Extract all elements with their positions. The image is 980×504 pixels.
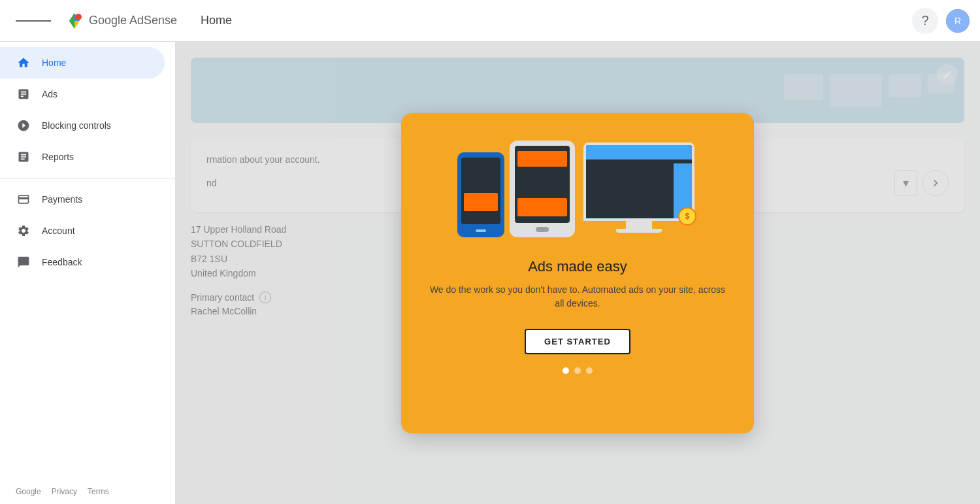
sidebar-label-account: Account bbox=[42, 226, 75, 236]
carousel-dot-2[interactable] bbox=[574, 367, 581, 374]
logo-text: Google AdSense bbox=[89, 14, 177, 27]
tablet-device bbox=[510, 141, 575, 237]
sidebar-item-feedback[interactable]: Feedback bbox=[0, 246, 165, 278]
sidebar-label-feedback: Feedback bbox=[42, 257, 82, 267]
sidebar-divider bbox=[0, 178, 175, 178]
tablet-home-btn bbox=[536, 227, 549, 232]
sidebar-label-payments: Payments bbox=[42, 194, 82, 205]
carousel-dot-3[interactable] bbox=[586, 367, 593, 374]
topbar-left: Google AdSense Home bbox=[10, 10, 232, 31]
desktop-top-ad bbox=[586, 145, 692, 160]
desktop-base bbox=[616, 229, 662, 233]
help-button[interactable]: ? bbox=[912, 8, 938, 34]
modal-description: We do the work so you don't have to. Aut… bbox=[427, 283, 728, 311]
phone-small-device bbox=[457, 152, 504, 237]
desktop-device: $ bbox=[580, 143, 698, 237]
svg-text:R: R bbox=[955, 16, 961, 26]
footer-google[interactable]: Google bbox=[16, 487, 41, 496]
tablet-top-ad bbox=[517, 151, 567, 167]
footer-links: Google Privacy Terms bbox=[0, 479, 175, 504]
footer-privacy[interactable]: Privacy bbox=[52, 487, 77, 496]
tablet-bottom-ad bbox=[517, 198, 567, 216]
avatar-image: R bbox=[946, 9, 970, 33]
sidebar-label-reports: Reports bbox=[42, 152, 74, 162]
blocking-icon bbox=[16, 119, 31, 132]
logo: Google AdSense bbox=[64, 10, 177, 31]
page-title: Home bbox=[201, 14, 232, 27]
sidebar-item-payments[interactable]: Payments bbox=[0, 184, 165, 215]
reports-icon bbox=[16, 150, 31, 163]
hamburger-menu[interactable] bbox=[10, 13, 56, 29]
sidebar-label-home: Home bbox=[42, 58, 66, 68]
payments-icon bbox=[16, 193, 31, 206]
sidebar-item-reports[interactable]: Reports bbox=[0, 141, 165, 173]
carousel-dots bbox=[563, 367, 593, 374]
avatar[interactable]: R bbox=[946, 9, 970, 33]
sidebar-label-blocking: Blocking controls bbox=[42, 120, 111, 131]
sidebar: Home Ads Blocking controls Reports Payme… bbox=[0, 42, 175, 504]
home-icon bbox=[16, 56, 31, 69]
sidebar-item-home[interactable]: Home bbox=[0, 47, 165, 78]
ads-icon bbox=[16, 88, 31, 101]
get-started-button[interactable]: GET STARTED bbox=[525, 329, 630, 354]
devices-illustration: $ bbox=[427, 139, 728, 237]
phone-small-screen bbox=[461, 158, 500, 224]
sidebar-item-blocking-controls[interactable]: Blocking controls bbox=[0, 110, 165, 141]
phone-home-btn bbox=[476, 229, 486, 232]
phone-ad-block bbox=[464, 193, 498, 211]
help-icon: ? bbox=[921, 13, 928, 28]
sidebar-item-ads[interactable]: Ads bbox=[0, 78, 165, 110]
carousel-dot-1[interactable] bbox=[563, 367, 569, 374]
account-icon bbox=[16, 224, 31, 237]
topbar: Google AdSense Home ? R bbox=[0, 0, 980, 42]
feedback-icon bbox=[16, 256, 31, 269]
topbar-right: ? R bbox=[912, 8, 970, 34]
modal-title: Ads made easy bbox=[528, 258, 627, 275]
sidebar-label-ads: Ads bbox=[42, 89, 57, 99]
sidebar-item-account[interactable]: Account bbox=[0, 215, 165, 246]
adsense-logo-icon bbox=[64, 10, 85, 31]
footer-terms[interactable]: Terms bbox=[88, 487, 109, 496]
desktop-screen bbox=[586, 145, 692, 218]
desktop-stand bbox=[626, 221, 652, 229]
svg-point-0 bbox=[75, 14, 82, 20]
modal-overlay: $ Ads made easy We do the work so you do… bbox=[175, 42, 980, 504]
tablet-screen bbox=[515, 146, 570, 223]
desktop-monitor bbox=[583, 143, 694, 221]
modal-card: $ Ads made easy We do the work so you do… bbox=[401, 113, 754, 433]
coin-badge: $ bbox=[678, 207, 696, 226]
